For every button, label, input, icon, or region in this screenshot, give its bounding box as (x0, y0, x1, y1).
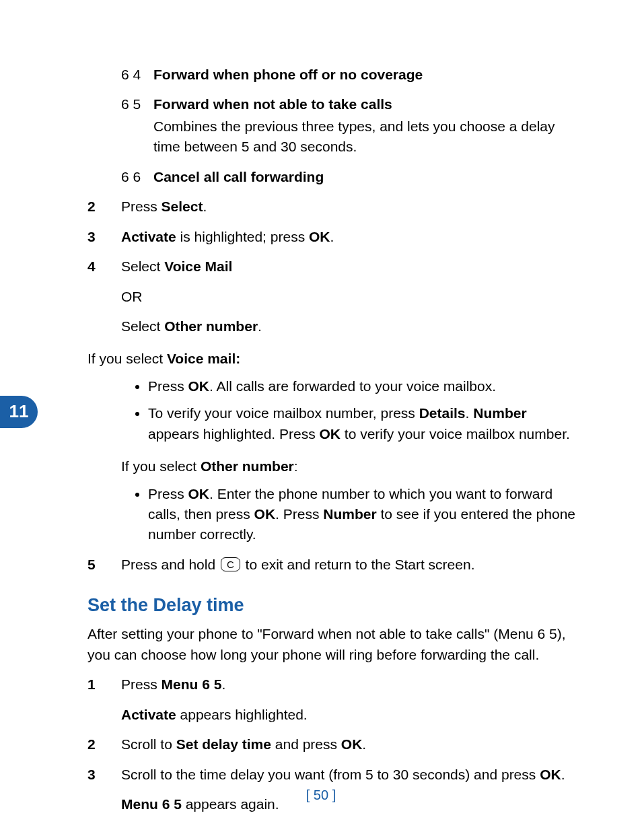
text: . (258, 318, 262, 334)
text: Scroll to (121, 736, 176, 752)
key-term: OK (188, 378, 210, 394)
text: . (362, 736, 366, 752)
section-heading: Set the Delay time (87, 592, 581, 619)
text: . (466, 405, 474, 421)
menu-item-6-6: 6 6 Cancel all call forwarding (121, 167, 581, 187)
menu-title: Cancel all call forwarding (153, 169, 324, 184)
step-number: 2 (87, 734, 121, 755)
menu-number: 6 6 (121, 167, 153, 187)
key-term: Menu 6 5 (162, 676, 222, 692)
menu-title: Forward when not able to take calls (153, 96, 392, 112)
menu-title: Forward when phone off or no coverage (153, 67, 423, 82)
key-term: Other number (201, 458, 294, 474)
voice-mail-intro: If you select Voice mail: (87, 349, 581, 369)
text: is highlighted; press (176, 229, 309, 244)
menu-description: Combines the previous three types, and l… (153, 116, 581, 158)
text: . (330, 229, 334, 244)
menu-item-6-4: 6 4 Forward when phone off or no coverag… (121, 65, 581, 85)
text: appears highlighted. (176, 707, 308, 722)
key-term: OK (188, 486, 210, 501)
text: and press (271, 736, 341, 752)
key-term: Set delay time (176, 736, 271, 752)
text: . (221, 676, 225, 692)
text: Scroll to the time delay you want (from … (121, 767, 540, 782)
step-number: 1 (87, 674, 121, 725)
step-2: 2 Press Select. (87, 197, 581, 217)
other-number-bullets: Press OK. Enter the phone number to whic… (87, 484, 581, 545)
text: to verify your voice mailbox number. (341, 426, 570, 442)
text: : (294, 458, 298, 474)
text: If you select (87, 351, 167, 366)
other-number-intro: If you select Other number: (121, 456, 581, 477)
key-term: OK (320, 426, 341, 442)
text: To verify your voice mailbox number, pre… (148, 405, 419, 421)
text: . (561, 767, 565, 782)
key-term: Number (323, 506, 376, 522)
text-or: OR (121, 287, 581, 307)
text: . All calls are forwarded to your voice … (209, 378, 496, 394)
menu-item-6-5: 6 5 Forward when not able to take calls … (121, 94, 581, 157)
text: Press and hold (121, 557, 219, 572)
key-term: Activate (121, 707, 176, 722)
text: appears highlighted. Press (148, 426, 320, 442)
menu-number: 6 5 (121, 94, 153, 157)
step-5: 5 Press and hold C to exit and return to… (87, 555, 581, 575)
text: . Press (275, 506, 323, 522)
text: If you select (121, 458, 201, 474)
text: Press (148, 486, 188, 501)
step-number: 4 (87, 256, 121, 337)
text: . (203, 199, 207, 214)
list-item: Press OK. Enter the phone number to whic… (148, 484, 581, 545)
step-b1: 1 Press Menu 6 5. Activate appears highl… (87, 674, 581, 725)
key-term: Select (162, 199, 203, 214)
text: Select (121, 318, 164, 334)
key-term: OK (341, 736, 363, 752)
key-term: Details (419, 405, 466, 421)
list-item: Press OK. All calls are forwarded to you… (148, 376, 581, 396)
text: Press (148, 378, 188, 394)
list-item: To verify your voice mailbox number, pre… (148, 403, 581, 444)
text: Press (121, 676, 162, 692)
key-term: Other number (164, 318, 258, 334)
text: Select (121, 258, 164, 274)
step-3: 3 Activate is highlighted; press OK. (87, 227, 581, 247)
text: to exit and return to the Start screen. (242, 557, 475, 572)
key-term: Voice Mail (164, 258, 232, 274)
step-number: 2 (87, 197, 121, 217)
page-number: [ 50 ] (0, 785, 642, 805)
voice-mail-bullets: Press OK. All calls are forwarded to you… (87, 376, 581, 444)
key-term: Activate (121, 229, 176, 244)
page-content: 6 4 Forward when phone off or no coverag… (0, 0, 642, 840)
step-number: 3 (87, 227, 121, 247)
key-term: OK (309, 229, 330, 244)
text: Press (121, 199, 162, 214)
key-c-icon: C (221, 557, 240, 571)
key-term: Voice mail: (167, 351, 240, 366)
menu-number: 6 4 (121, 65, 153, 85)
step-number: 5 (87, 555, 121, 575)
key-term: OK (254, 506, 276, 522)
step-b2: 2 Scroll to Set delay time and press OK. (87, 734, 581, 755)
key-term: OK (540, 767, 561, 782)
section-paragraph: After setting your phone to "Forward whe… (87, 624, 581, 665)
key-term: Number (473, 405, 526, 421)
step-4: 4 Select Voice Mail OR Select Other numb… (87, 256, 581, 337)
